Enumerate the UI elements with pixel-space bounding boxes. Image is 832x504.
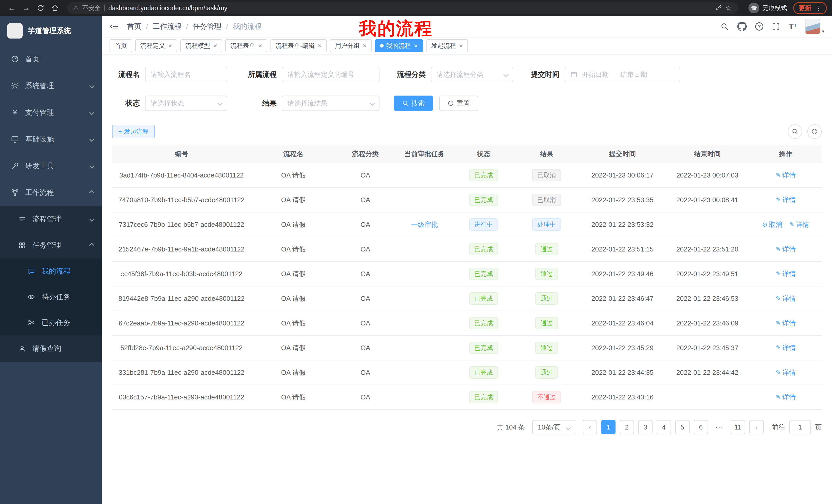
search-icon[interactable] (720, 22, 729, 31)
cancel-link[interactable]: ⊘取消 (762, 220, 782, 229)
page-button-6[interactable]: 6 (694, 420, 708, 435)
url-bar[interactable]: ⚠ 不安全 dashboard.yudao.iocoder.cn/bpm/tas… (67, 2, 738, 14)
tab-home[interactable]: 首页 (109, 39, 132, 52)
back-icon[interactable]: ← (5, 0, 19, 16)
sidebar-item-done-tasks[interactable]: 已办任务 (0, 310, 102, 335)
page-button-11[interactable]: 11 (731, 420, 745, 435)
sidebar-item-leave-query[interactable]: 请假查询 (0, 335, 102, 362)
tab-user-group[interactable]: 用户分组× (330, 39, 372, 52)
create-process-button[interactable]: + 发起流程 (112, 125, 155, 138)
tab-start-process[interactable]: 发起流程× (426, 39, 468, 52)
search-button[interactable]: 搜索 (394, 95, 433, 111)
close-icon[interactable]: × (459, 43, 463, 49)
more-pages-button[interactable]: ··· (712, 420, 727, 435)
detail-link[interactable]: ✎详情 (776, 270, 796, 278)
status-select[interactable] (145, 95, 227, 111)
help-icon[interactable]: ? (755, 22, 763, 31)
user-menu[interactable]: ▾ (805, 19, 824, 34)
id-cell: 819442e8-7b9a-11ec-a290-acde48001122 (112, 286, 251, 311)
detail-link[interactable]: ✎详情 (776, 343, 796, 353)
category-select[interactable] (431, 67, 513, 82)
owner-process-input[interactable] (282, 67, 380, 82)
page-button-5[interactable]: 5 (675, 420, 690, 435)
detail-link[interactable]: ✎详情 (776, 245, 796, 254)
detail-link[interactable]: ✎详情 (776, 294, 796, 303)
detail-link[interactable]: ✎详情 (776, 195, 796, 204)
forward-icon[interactable]: → (20, 0, 33, 16)
close-icon[interactable]: × (414, 43, 418, 49)
tab-process-definition[interactable]: 流程定义× (135, 39, 177, 52)
id-cell: 3ad174fb-7b9d-11ec-8404-acde48001122 (112, 163, 251, 188)
page-size-select[interactable]: 10条/页 (532, 420, 575, 435)
sidebar-item-todo-tasks[interactable]: 待办任务 (0, 284, 102, 310)
sidebar-item-infrastructure[interactable]: 基础设施 (0, 126, 102, 152)
sidebar-item-payment-mgmt[interactable]: ¥ 支付管理 (0, 99, 102, 126)
range-separator: - (614, 71, 616, 79)
result-cell: 已取消 (513, 163, 580, 188)
close-icon[interactable]: × (258, 43, 262, 49)
category-select-input[interactable] (432, 71, 513, 79)
password-key-icon[interactable] (715, 4, 722, 11)
detail-link[interactable]: ✎详情 (789, 220, 809, 229)
avatar[interactable] (805, 19, 821, 34)
category-cell: OA (336, 163, 395, 188)
close-icon[interactable]: × (363, 43, 367, 49)
toggle-search-button[interactable] (788, 124, 802, 139)
edit-icon: ✎ (776, 172, 781, 179)
status-select-input[interactable] (146, 100, 227, 107)
process-name-input[interactable] (145, 67, 227, 82)
status-cell: 进行中 (454, 212, 513, 237)
close-icon[interactable]: × (318, 43, 322, 49)
end-time-cell: 2022-01-22 23:46:53 (665, 286, 750, 311)
close-icon[interactable]: × (213, 43, 217, 49)
refresh-button[interactable] (807, 124, 822, 139)
tab-process-form[interactable]: 流程表单× (225, 39, 267, 52)
reload-icon[interactable] (34, 0, 47, 16)
bookmark-star-icon[interactable]: ☆ (726, 4, 732, 12)
current-task-link[interactable]: 一级审批 (411, 221, 438, 228)
home-icon[interactable] (48, 0, 62, 16)
result-select[interactable] (282, 95, 380, 111)
github-icon[interactable] (737, 22, 747, 31)
prev-page-button[interactable]: ‹ (582, 420, 597, 435)
breadcrumb-home[interactable]: 首页 (127, 22, 141, 31)
submit-time-cell: 2022-01-22 23:44:35 (580, 360, 665, 385)
next-page-button[interactable]: › (749, 420, 763, 435)
sidebar-item-system-mgmt[interactable]: 系统管理 (0, 73, 102, 99)
sidebar-toggle[interactable] (109, 22, 119, 31)
sidebar-item-workflow[interactable]: 工作流程 (0, 179, 102, 206)
sidebar-item-dev-tools[interactable]: 研发工具 (0, 152, 102, 179)
end-time-cell: 2022-01-22 23:45:37 (665, 335, 750, 360)
page-button-2[interactable]: 2 (620, 420, 634, 435)
sidebar-item-process-mgmt[interactable]: 流程管理 (0, 206, 102, 232)
edit-icon: ✎ (776, 246, 781, 253)
sidebar-item-home[interactable]: 首页 (0, 46, 102, 73)
update-button[interactable]: 更新 ⋮ (793, 2, 827, 14)
page-button-4[interactable]: 4 (657, 420, 671, 435)
tab-process-model[interactable]: 流程模型× (180, 39, 222, 52)
end-time-cell (665, 212, 750, 237)
page-button-1[interactable]: 1 (601, 420, 616, 435)
submit-time-cell: 2022-01-22 23:46:04 (580, 311, 665, 335)
detail-link[interactable]: ✎详情 (776, 319, 796, 328)
detail-link[interactable]: ✎详情 (776, 171, 796, 180)
close-icon[interactable]: × (168, 43, 172, 49)
detail-link[interactable]: ✎详情 (776, 368, 796, 377)
reset-button[interactable]: 重置 (439, 95, 478, 111)
fullscreen-icon[interactable] (772, 22, 780, 31)
font-size-icon[interactable]: TT (788, 22, 797, 31)
tab-process-form-edit[interactable]: 流程表单-编辑× (270, 39, 327, 52)
edit-icon: ✎ (776, 344, 781, 352)
detail-link[interactable]: ✎详情 (776, 393, 796, 402)
start-date-placeholder: 开始日期 (582, 70, 609, 79)
submit-time-range[interactable]: 开始日期 - 结束日期 (565, 67, 680, 82)
chevron-down-icon (89, 163, 94, 169)
sidebar-item-my-process[interactable]: 我的流程 (0, 258, 102, 284)
result-select-input[interactable] (282, 100, 379, 107)
calendar-icon (570, 71, 577, 78)
tab-my-process[interactable]: 我的流程× (375, 39, 423, 52)
goto-page-input[interactable] (789, 420, 811, 435)
page-button-3[interactable]: 3 (638, 420, 653, 435)
task-cell (395, 188, 454, 212)
sidebar-item-task-mgmt[interactable]: 任务管理 (0, 232, 102, 258)
